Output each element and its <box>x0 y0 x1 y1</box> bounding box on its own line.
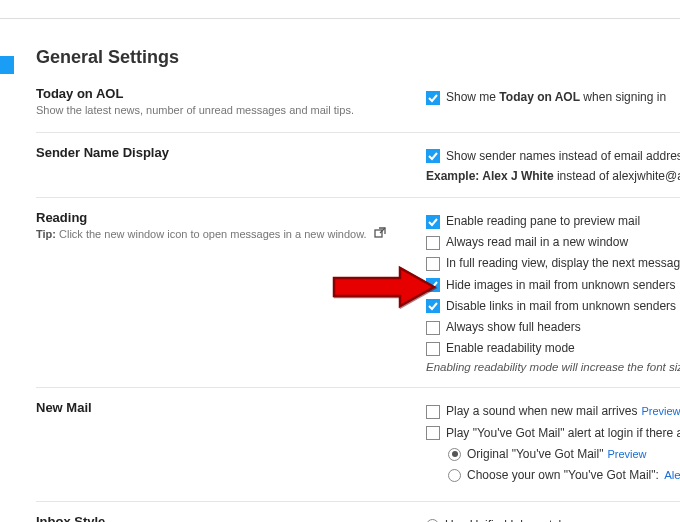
radio-label: Use Unified Inbox style <box>445 516 568 522</box>
checkbox-reading-opt-5[interactable] <box>426 321 440 335</box>
section-reading: Reading Tip: Click the new window icon t… <box>36 197 680 387</box>
checkbox-label: Enable reading pane to preview mail <box>446 212 640 231</box>
preview-link[interactable]: Preview <box>641 403 680 421</box>
checkbox-label: Enable readability mode <box>446 339 575 358</box>
checkbox-reading-opt-1[interactable] <box>426 236 440 250</box>
section-subtitle: Show the latest news, number of unread m… <box>36 103 406 118</box>
section-title: Inbox Style <box>36 514 406 522</box>
radio-label: Choose your own "You've Got Mail": Alexi… <box>467 466 680 485</box>
checkbox-label: Play "You've Got Mail" alert at login if… <box>446 424 680 443</box>
section-title: New Mail <box>36 400 406 415</box>
checkbox-play-sound-new-mail[interactable] <box>426 405 440 419</box>
checkbox-label: Show me Today on AOL when signing in <box>446 88 666 107</box>
section-new-mail: New Mail Play a sound when new mail arri… <box>36 387 680 501</box>
checkbox-label: Always show full headers <box>446 318 581 337</box>
radio-label: Original "You've Got Mail" <box>467 445 603 464</box>
new-window-icon <box>374 227 386 243</box>
checkbox-label: Disable links in mail from unknown sende… <box>446 297 676 316</box>
section-inbox-style: Inbox Style Learn more about Inbox style… <box>36 501 680 522</box>
section-tip: Tip: Click the new window icon to open m… <box>36 227 406 243</box>
active-section-indicator <box>0 56 14 74</box>
checkbox-label: Always read mail in a new window <box>446 233 628 252</box>
checkbox-reading-opt-0[interactable] <box>426 215 440 229</box>
checkbox-label: Hide images in mail from unknown senders <box>446 276 675 295</box>
checkbox-label: Show sender names instead of email addre… <box>446 147 680 166</box>
readability-note: Enabling readability mode will increase … <box>426 361 680 373</box>
preview-link[interactable]: Preview <box>607 446 646 464</box>
checkbox-reading-opt-3[interactable] <box>426 278 440 292</box>
radio-original-youve-got-mail[interactable] <box>448 448 461 461</box>
checkbox-reading-opt-4[interactable] <box>426 299 440 313</box>
section-title: Reading <box>36 210 406 225</box>
checkbox-youve-got-mail-alert[interactable] <box>426 426 440 440</box>
section-sender-name-display: Sender Name Display Show sender names in… <box>36 132 680 197</box>
section-title: Today on AOL <box>36 86 406 101</box>
checkbox-show-sender-names[interactable] <box>426 149 440 163</box>
radio-choose-own-youve-got-mail[interactable] <box>448 469 461 482</box>
checkbox-label: In full reading view, display the next m… <box>446 254 680 273</box>
checkbox-show-today-on-aol[interactable] <box>426 91 440 105</box>
page-title: General Settings <box>36 29 680 80</box>
checkbox-reading-opt-6[interactable] <box>426 342 440 356</box>
example-text: Example: Alex J White instead of alexjwh… <box>426 169 680 183</box>
checkbox-label: Play a sound when new mail arrives <box>446 402 637 421</box>
section-today-on-aol: Today on AOL Show the latest news, numbe… <box>36 80 680 132</box>
checkbox-reading-opt-2[interactable] <box>426 257 440 271</box>
svg-rect-0 <box>375 230 382 237</box>
section-title: Sender Name Display <box>36 145 406 160</box>
